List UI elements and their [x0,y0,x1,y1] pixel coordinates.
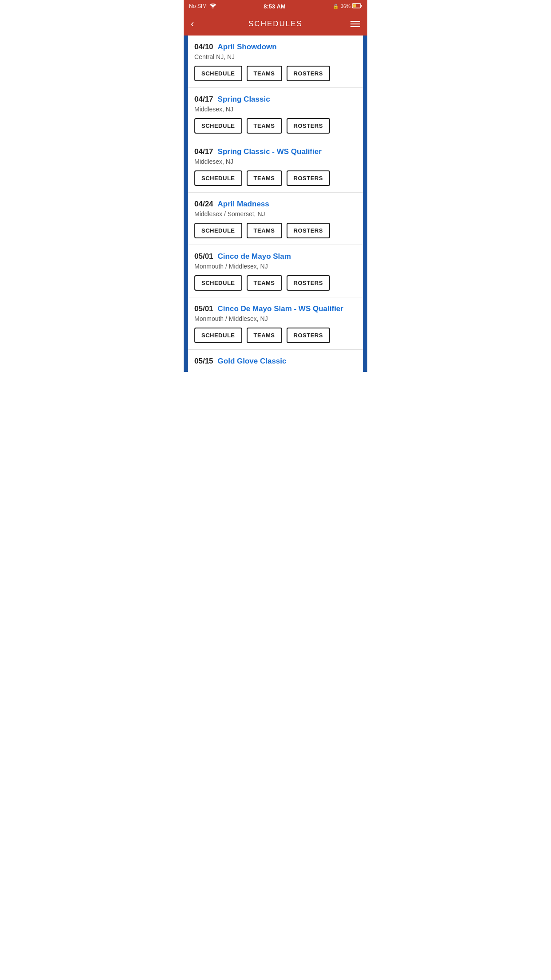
schedule-item: 04/24 April Madness Middlesex / Somerset… [188,193,363,245]
rosters-button[interactable]: ROSTERS [287,66,330,81]
page-title: SCHEDULES [248,20,303,28]
schedule-button[interactable]: SCHEDULE [194,118,242,134]
right-border [363,36,367,372]
status-left: No SIM [189,3,216,10]
event-name: Spring Classic - WS Qualifier [218,147,322,156]
left-border [184,36,188,372]
teams-button[interactable]: TEAMS [247,275,282,291]
svg-rect-2 [361,5,362,7]
teams-button[interactable]: TEAMS [247,223,282,238]
event-date: 05/01 [194,252,213,261]
rosters-button[interactable]: ROSTERS [287,223,330,238]
schedule-item: 04/10 April Showdown Central NJ, NJ SCHE… [188,36,363,88]
event-buttons: SCHEDULE TEAMS ROSTERS [194,170,357,186]
event-location: Monmouth / Middlesex, NJ [194,263,357,270]
event-buttons: SCHEDULE TEAMS ROSTERS [194,66,357,81]
teams-button[interactable]: TEAMS [247,118,282,134]
event-location: Middlesex / Somerset, NJ [194,210,357,217]
rosters-button[interactable]: ROSTERS [287,118,330,134]
event-name: Spring Classic [218,95,270,104]
content-area: 04/10 April Showdown Central NJ, NJ SCHE… [188,36,363,372]
event-buttons: SCHEDULE TEAMS ROSTERS [194,275,357,291]
svg-point-0 [213,7,213,8]
teams-button[interactable]: TEAMS [247,170,282,186]
event-date: 04/24 [194,200,213,209]
schedule-item: 05/01 Cinco De Mayo Slam - WS Qualifier … [188,297,363,350]
event-name: April Showdown [218,43,277,51]
schedule-header: 04/10 April Showdown [194,43,357,51]
event-date: 04/17 [194,147,213,156]
event-name: April Madness [218,200,269,209]
event-buttons: SCHEDULE TEAMS ROSTERS [194,223,357,238]
schedule-header: 05/15 Gold Glove Classic [194,357,357,366]
event-location: Monmouth / Middlesex, NJ [194,315,357,322]
status-bar: No SIM 8:53 AM 🔒 36% [184,0,367,12]
wifi-icon [209,3,216,10]
carrier-label: No SIM [189,3,207,9]
schedule-button[interactable]: SCHEDULE [194,170,242,186]
event-location: Middlesex, NJ [194,158,357,165]
schedule-button[interactable]: SCHEDULE [194,275,242,291]
battery-label: 36% [341,4,350,9]
menu-button[interactable] [347,21,360,27]
event-location: Middlesex, NJ [194,106,357,113]
schedule-header: 04/17 Spring Classic [194,95,357,104]
event-name: Cinco de Mayo Slam [218,252,291,261]
rosters-button[interactable]: ROSTERS [287,328,330,343]
nav-bar: ‹ SCHEDULES [184,12,367,36]
schedule-button[interactable]: SCHEDULE [194,328,242,343]
schedule-header: 05/01 Cinco De Mayo Slam - WS Qualifier [194,304,357,313]
status-right: 🔒 36% [333,3,362,9]
schedule-header: 04/17 Spring Classic - WS Qualifier [194,147,357,156]
time-label: 8:53 AM [264,3,285,10]
event-name: Cinco De Mayo Slam - WS Qualifier [218,304,343,313]
schedule-item: 05/15 Gold Glove Classic [188,350,363,372]
schedule-item: 04/17 Spring Classic Middlesex, NJ SCHED… [188,88,363,140]
content-wrapper: 04/10 April Showdown Central NJ, NJ SCHE… [184,36,367,372]
svg-rect-3 [353,4,356,8]
event-date: 05/01 [194,304,213,313]
teams-button[interactable]: TEAMS [247,328,282,343]
event-location: Central NJ, NJ [194,53,357,60]
teams-button[interactable]: TEAMS [247,66,282,81]
event-buttons: SCHEDULE TEAMS ROSTERS [194,328,357,343]
lock-icon: 🔒 [333,4,339,9]
event-buttons: SCHEDULE TEAMS ROSTERS [194,118,357,134]
schedule-header: 05/01 Cinco de Mayo Slam [194,252,357,261]
schedule-item: 05/01 Cinco de Mayo Slam Monmouth / Midd… [188,245,363,297]
event-date: 05/15 [194,357,213,366]
rosters-button[interactable]: ROSTERS [287,170,330,186]
hamburger-line-2 [350,24,360,24]
event-date: 04/10 [194,43,213,51]
schedule-header: 04/24 April Madness [194,200,357,209]
schedule-button[interactable]: SCHEDULE [194,66,242,81]
hamburger-line-1 [350,21,360,22]
event-date: 04/17 [194,95,213,104]
rosters-button[interactable]: ROSTERS [287,275,330,291]
battery-icon [352,3,362,9]
schedule-item: 04/17 Spring Classic - WS Qualifier Midd… [188,140,363,193]
schedule-button[interactable]: SCHEDULE [194,223,242,238]
back-button[interactable]: ‹ [191,18,204,30]
hamburger-line-3 [350,26,360,27]
event-name: Gold Glove Classic [218,357,287,366]
